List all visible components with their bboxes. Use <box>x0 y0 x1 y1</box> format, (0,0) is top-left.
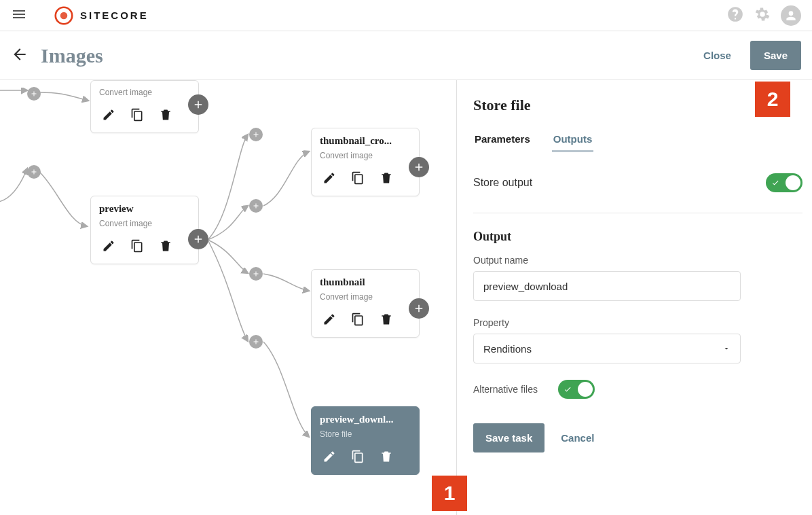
node-title: preview <box>99 203 190 215</box>
user-avatar[interactable] <box>781 5 801 26</box>
settings-icon[interactable] <box>754 5 771 26</box>
delete-icon[interactable] <box>159 108 172 124</box>
node-subtitle: Convert image <box>320 292 411 302</box>
graph-canvas[interactable]: Convert image preview Convert image <box>0 80 456 515</box>
edit-icon[interactable] <box>322 171 336 188</box>
copy-icon[interactable] <box>130 239 144 255</box>
node-subtitle: Store file <box>320 429 411 439</box>
node-subtitle: Convert image <box>320 151 411 160</box>
copy-icon[interactable] <box>351 313 365 329</box>
node-add-button[interactable] <box>409 298 429 319</box>
copy-icon[interactable] <box>351 450 365 466</box>
graph-dot[interactable] <box>27 87 41 101</box>
output-section-label: Output <box>473 230 812 244</box>
graph-node-preview[interactable]: preview Convert image <box>90 196 199 264</box>
back-arrow[interactable] <box>11 46 29 66</box>
edit-icon[interactable] <box>322 313 336 329</box>
graph-dot[interactable] <box>27 165 41 179</box>
graph-dot[interactable] <box>249 335 263 349</box>
store-output-toggle[interactable] <box>766 173 802 192</box>
help-icon[interactable] <box>726 5 744 26</box>
graph-node-preview-download[interactable]: preview_downl... Store file <box>311 406 420 475</box>
callout-2: 2 <box>755 82 790 117</box>
output-name-input[interactable] <box>473 271 741 301</box>
node-add-button[interactable] <box>188 229 208 249</box>
save-task-button[interactable]: Save task <box>473 423 545 452</box>
edit-icon[interactable] <box>102 239 115 255</box>
node-title: thumbnail <box>320 277 411 288</box>
alt-files-label: Alternative files <box>473 384 538 395</box>
node-subtitle: Convert image <box>99 88 190 97</box>
edit-icon[interactable] <box>322 450 336 466</box>
graph-node-thumbnail-crop[interactable]: thumbnail_cro... Convert image <box>311 128 420 196</box>
close-button[interactable]: Close <box>691 43 743 68</box>
copy-icon[interactable] <box>351 171 365 188</box>
hamburger-menu[interactable] <box>11 6 27 25</box>
output-name-label: Output name <box>473 255 812 266</box>
node-title: thumbnail_cro... <box>320 135 411 147</box>
alt-files-toggle[interactable] <box>558 380 595 399</box>
callout-1: 1 <box>432 476 467 511</box>
property-select[interactable]: Renditions <box>473 334 741 363</box>
delete-icon[interactable] <box>380 313 393 329</box>
brand-text: SITECORE <box>80 10 149 21</box>
delete-icon[interactable] <box>380 450 393 466</box>
brand-logo: SITECORE <box>54 6 149 25</box>
store-output-label: Store output <box>473 177 532 189</box>
graph-node-thumbnail[interactable]: thumbnail Convert image <box>311 269 420 338</box>
page-title: Images <box>41 44 103 67</box>
delete-icon[interactable] <box>159 239 172 255</box>
graph-node-convert[interactable]: Convert image <box>90 80 199 133</box>
side-panel: Store file Parameters Outputs Store outp… <box>456 80 812 515</box>
tab-outputs[interactable]: Outputs <box>552 128 594 152</box>
node-add-button[interactable] <box>409 157 429 177</box>
node-subtitle: Convert image <box>99 219 190 228</box>
edit-icon[interactable] <box>102 108 115 124</box>
property-label: Property <box>473 317 812 328</box>
property-value: Renditions <box>483 343 532 355</box>
node-add-button[interactable] <box>188 94 208 115</box>
tab-parameters[interactable]: Parameters <box>473 128 532 152</box>
graph-dot[interactable] <box>249 267 263 281</box>
graph-dot[interactable] <box>249 128 263 141</box>
svg-point-1 <box>60 12 68 19</box>
delete-icon[interactable] <box>380 171 393 188</box>
graph-dot[interactable] <box>249 199 263 213</box>
node-title: preview_downl... <box>320 414 411 425</box>
chevron-down-icon <box>722 344 731 353</box>
save-button[interactable]: Save <box>750 41 801 70</box>
cancel-button[interactable]: Cancel <box>561 432 594 444</box>
copy-icon[interactable] <box>130 108 144 124</box>
